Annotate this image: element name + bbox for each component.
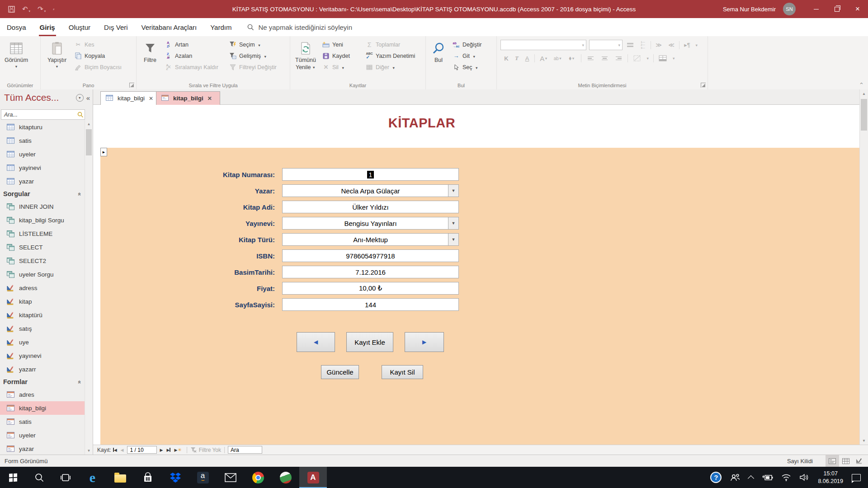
clipboard-dialog-launcher[interactable] <box>129 83 134 88</box>
bullet-list-icon[interactable] <box>625 40 635 50</box>
tab-yardim[interactable]: Yardım <box>203 18 238 36</box>
save-record-button[interactable]: Kaydet <box>320 50 363 61</box>
navpane-design-item[interactable]: kitap <box>0 295 85 308</box>
collapse-group-icon[interactable]: « <box>76 380 83 383</box>
totals-button[interactable]: Σ Toplamlar <box>363 39 417 50</box>
field-input[interactable]: 7.12.2016 ▼ <box>282 266 459 278</box>
navpane-design-item[interactable]: yayınevi <box>0 349 85 362</box>
font-name-select[interactable]: ▾ <box>500 40 586 50</box>
new-record-icon[interactable]: ▶✳ <box>172 447 183 452</box>
tab-olustur[interactable]: Oluştur <box>62 18 97 36</box>
selection-button[interactable]: Seçim▼ <box>226 39 279 50</box>
hidden-icons-button[interactable] <box>745 467 757 488</box>
replace-button[interactable]: ab→ac Değiştir <box>450 39 484 50</box>
delete-record-button[interactable]: Kayıt Sil <box>382 365 423 379</box>
next-record-button[interactable]: ▶ <box>405 332 444 352</box>
navpane-table-item[interactable]: yazar <box>0 174 85 188</box>
close-tab-icon[interactable]: ✕ <box>208 95 212 102</box>
navpane-form-item[interactable]: yazar <box>0 442 85 455</box>
people-tray-button[interactable] <box>726 467 745 488</box>
bold-icon[interactable]: K <box>503 53 509 63</box>
navpane-query-item[interactable]: SELECT <box>0 240 85 254</box>
navpane-design-item[interactable]: yazarr <box>0 362 85 376</box>
tab-dosya[interactable]: Dosya <box>0 18 33 36</box>
combo-dropdown-icon[interactable]: ▼ <box>448 234 458 245</box>
tab-giris[interactable]: Giriş <box>33 18 62 36</box>
view-button[interactable]: Görünüm ▼ <box>1 38 31 69</box>
find-button[interactable]: Bul <box>427 38 450 64</box>
scroll-up-icon[interactable]: ▲ <box>860 89 868 98</box>
taskbar-chrome-button[interactable] <box>244 467 272 488</box>
help-tray-button[interactable]: ? <box>706 467 726 488</box>
battery-tray-icon[interactable] <box>757 467 777 488</box>
highlight-color-icon[interactable]: ab▼ <box>553 53 563 63</box>
close-button[interactable]: × <box>847 0 868 18</box>
paste-button[interactable]: Yapıştır ▼ <box>42 38 72 69</box>
redo-icon[interactable]: ↷▾ <box>38 5 46 13</box>
taskbar-amazon-button[interactable]: a⌣ <box>189 467 217 488</box>
navpane-table-item[interactable]: uyeler <box>0 147 85 161</box>
wifi-tray-icon[interactable] <box>777 467 795 488</box>
cut-button[interactable]: ✂Kes <box>72 39 124 50</box>
last-record-icon[interactable]: ▶ <box>165 448 172 452</box>
doc-tab-datasheet[interactable]: kitap_bilgi ✕ <box>100 91 156 105</box>
scroll-down-icon[interactable]: ▼ <box>85 447 93 455</box>
doc-tab-form[interactable]: kitap_bilgi ✕ <box>156 91 220 105</box>
spelling-button[interactable]: ABC✓ Yazım Denetimi <box>363 50 417 61</box>
user-avatar[interactable]: SN <box>783 3 796 15</box>
align-center-icon[interactable] <box>599 53 609 63</box>
navpane-table-item[interactable]: satis <box>0 134 85 147</box>
alternate-row-color-icon[interactable] <box>658 53 668 63</box>
field-input[interactable]: Anı-Mektup ▼ <box>282 233 459 246</box>
goto-button[interactable]: → Git▼ <box>450 50 484 61</box>
close-tab-icon[interactable]: ✕ <box>149 95 153 102</box>
taskbar-explorer-button[interactable] <box>106 467 134 488</box>
document-scrollbar[interactable]: ▲ ▼ <box>859 89 868 445</box>
fill-color-icon[interactable]: ⬧▼ <box>567 53 577 63</box>
action-center-button[interactable] <box>848 467 868 488</box>
font-size-select[interactable]: ▾ <box>589 40 623 50</box>
tell-me-search[interactable]: Ne yapmak istediğinizi söyleyin <box>247 23 352 31</box>
taskbar-access-button[interactable]: A <box>299 467 327 488</box>
previous-record-button[interactable]: ◀ <box>297 332 335 352</box>
taskbar-mail-button[interactable] <box>217 467 244 488</box>
text-formatting-dialog-launcher[interactable] <box>701 83 706 88</box>
next-record-icon[interactable]: ▶ <box>158 448 165 452</box>
filter-status[interactable]: Filtre Yok <box>190 447 221 453</box>
field-input[interactable]: Ülker Yıldızı ▼ <box>282 201 459 213</box>
navpane-table-item[interactable]: kitapturu <box>0 120 85 134</box>
navpane-menu-icon[interactable]: ▼ <box>76 94 84 102</box>
new-record-button[interactable]: Yeni <box>320 39 363 50</box>
taskbar-search-button[interactable] <box>26 467 52 488</box>
record-search-input[interactable]: Ara <box>228 446 262 454</box>
scrollbar-thumb[interactable] <box>86 129 92 155</box>
font-color-icon[interactable]: A▼ <box>539 53 549 63</box>
navpane-search-input[interactable]: Ara... <box>1 109 85 120</box>
refresh-all-button[interactable]: Tümünü Yenile▼ <box>292 38 320 71</box>
gridlines-icon[interactable] <box>632 53 642 63</box>
field-input[interactable]: 10,00 ₺ ▼ <box>282 282 459 295</box>
more-records-button[interactable]: Diğer▼ <box>363 61 417 73</box>
taskbar-clock[interactable]: 15:07 8.06.2019 <box>813 470 848 485</box>
field-input[interactable]: Necla Arpa Gülaçar ▼ <box>282 184 459 197</box>
navpane-query-item[interactable]: uyeler Sorgu <box>0 267 85 281</box>
numbered-list-icon[interactable]: 1—2—3— <box>638 40 648 50</box>
navpane-query-item[interactable]: INNER JOIN <box>0 200 85 213</box>
sort-ascending-button[interactable]: AZ↓ Artan <box>162 39 226 50</box>
combo-dropdown-icon[interactable]: ▼ <box>448 217 458 229</box>
navpane-table-item[interactable]: yayinevi <box>0 161 85 174</box>
taskbar-app-button[interactable] <box>272 467 299 488</box>
paragraph-direction-icon[interactable]: ▸¶ <box>682 40 692 50</box>
previous-record-icon[interactable]: ◀ <box>119 448 126 452</box>
form-view-button[interactable] <box>826 455 839 467</box>
customize-qat-icon[interactable]: ⸗ <box>53 7 55 11</box>
first-record-icon[interactable]: ◀ <box>111 448 119 452</box>
field-input[interactable]: Bengisu Yayınları ▼ <box>282 217 459 230</box>
align-right-icon[interactable] <box>613 53 623 63</box>
navpane-group-queries[interactable]: Sorgular « <box>0 188 85 200</box>
select-button[interactable]: Seç▼ <box>450 61 484 73</box>
sort-descending-button[interactable]: ZA↓ Azalan <box>162 50 226 61</box>
scrollbar-thumb[interactable] <box>861 99 867 131</box>
collapse-ribbon-icon[interactable]: › <box>857 82 864 84</box>
navpane-form-item[interactable]: uyeler <box>0 428 85 442</box>
